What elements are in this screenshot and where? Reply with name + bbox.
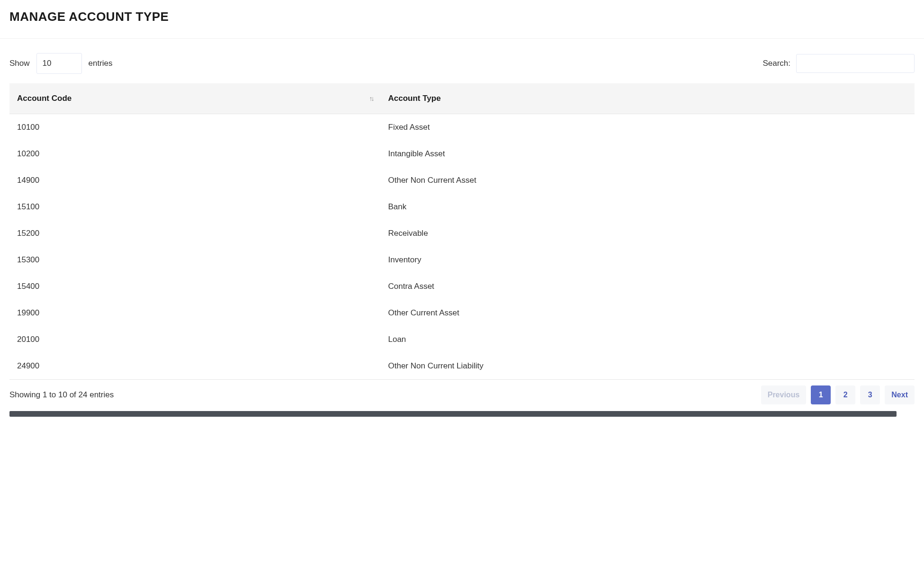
table-header-row: Account Code ↑↓ Account Type <box>9 83 915 114</box>
table-row: 15400Contra Asset <box>9 273 915 300</box>
page-title: MANAGE ACCOUNT TYPE <box>9 9 915 24</box>
column-header-account-code[interactable]: Account Code ↑↓ <box>9 83 381 114</box>
pagination: Previous123Next <box>761 385 915 404</box>
table-row: 19900Other Current Asset <box>9 300 915 326</box>
cell-account-type: Other Non Current Asset <box>381 167 915 194</box>
cell-account-code: 15200 <box>9 220 381 247</box>
table-info: Showing 1 to 10 of 24 entries <box>9 390 114 400</box>
sort-icon: ↑↓ <box>369 95 373 102</box>
search-label: Search: <box>763 59 790 68</box>
table-row: 10200Intangible Asset <box>9 141 915 167</box>
cell-account-code: 20100 <box>9 326 381 353</box>
cell-account-code: 15100 <box>9 194 381 220</box>
cell-account-code: 14900 <box>9 167 381 194</box>
cell-account-code: 15400 <box>9 273 381 300</box>
cell-account-type: Other Current Asset <box>381 300 915 326</box>
search-input[interactable] <box>796 54 915 73</box>
table-row: 24900Other Non Current Liability <box>9 353 915 380</box>
cell-account-type: Contra Asset <box>381 273 915 300</box>
cell-account-type: Loan <box>381 326 915 353</box>
table-row: 15200Receivable <box>9 220 915 247</box>
cell-account-type: Intangible Asset <box>381 141 915 167</box>
entries-label: entries <box>89 59 113 68</box>
pagination-page-button[interactable]: 3 <box>860 385 880 404</box>
cell-account-code: 24900 <box>9 353 381 380</box>
horizontal-scrollbar[interactable] <box>9 411 915 417</box>
cell-account-code: 10200 <box>9 141 381 167</box>
cell-account-type: Fixed Asset <box>381 114 915 141</box>
length-control: Show entries <box>9 53 113 74</box>
column-header-label: Account Type <box>388 94 441 103</box>
pagination-next-button[interactable]: Next <box>885 385 915 404</box>
cell-account-code: 15300 <box>9 247 381 273</box>
cell-account-type: Receivable <box>381 220 915 247</box>
table-row: 14900Other Non Current Asset <box>9 167 915 194</box>
cell-account-code: 19900 <box>9 300 381 326</box>
account-type-table: Account Code ↑↓ Account Type 10100Fixed … <box>9 83 915 380</box>
table-row: 15100Bank <box>9 194 915 220</box>
table-row: 15300Inventory <box>9 247 915 273</box>
entries-length-select[interactable] <box>36 53 82 74</box>
table-row: 20100Loan <box>9 326 915 353</box>
cell-account-type: Inventory <box>381 247 915 273</box>
pagination-page-button[interactable]: 1 <box>811 385 831 404</box>
pagination-page-button[interactable]: 2 <box>835 385 855 404</box>
cell-account-type: Bank <box>381 194 915 220</box>
table-row: 10100Fixed Asset <box>9 114 915 141</box>
table-footer: Showing 1 to 10 of 24 entries Previous12… <box>9 385 915 404</box>
show-label: Show <box>9 59 30 68</box>
table-controls: Show entries Search: <box>9 53 915 74</box>
column-header-label: Account Code <box>17 94 72 103</box>
search-control: Search: <box>763 54 915 73</box>
column-header-account-type[interactable]: Account Type <box>381 83 915 114</box>
pagination-previous-button: Previous <box>761 385 807 404</box>
cell-account-code: 10100 <box>9 114 381 141</box>
divider <box>0 38 924 39</box>
cell-account-type: Other Non Current Liability <box>381 353 915 380</box>
scrollbar-thumb[interactable] <box>9 411 897 417</box>
